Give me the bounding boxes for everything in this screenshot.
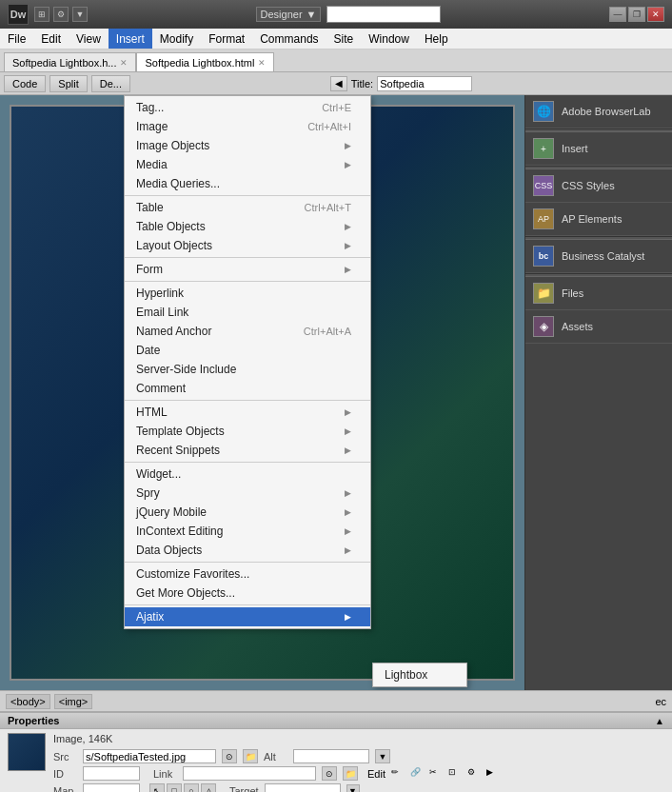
panel-label-businesscatalyst: Business Catalyst: [562, 250, 644, 262]
menu-layout-objects[interactable]: Layout Objects ▶: [125, 236, 370, 255]
menu-table-objects[interactable]: Table Objects ▶: [125, 217, 370, 236]
menu-hyperlink-label: Hyperlink: [136, 287, 184, 300]
menu-modify[interactable]: Modify: [152, 29, 201, 49]
menu-template-objects[interactable]: Template Objects ▶: [125, 422, 370, 441]
menu-edit[interactable]: Edit: [33, 29, 69, 49]
menu-ajatix[interactable]: Ajatix ▶: [125, 607, 370, 626]
menu-named-anchor-label: Named Anchor: [136, 325, 211, 338]
target-dropdown-icon[interactable]: ▼: [346, 784, 360, 793]
tab-1[interactable]: Softpedia Lightbox.h... ✕: [4, 52, 136, 71]
link-folder-icon[interactable]: 📁: [343, 766, 358, 781]
menu-table[interactable]: Table Ctrl+Alt+T: [125, 198, 370, 217]
submenu-lightbox-label: Lightbox: [385, 668, 427, 682]
alt-input[interactable]: [293, 749, 369, 763]
map-row: Map ↖ □ ○ △ Target ▼: [53, 783, 664, 792]
map-input[interactable]: [83, 783, 140, 792]
designer-dropdown[interactable]: Designer ▼: [256, 7, 322, 22]
id-input[interactable]: [83, 766, 140, 781]
panel-item-files[interactable]: 📁 Files: [525, 277, 672, 310]
menu-insert[interactable]: Insert: [109, 29, 152, 49]
menu-media-queries[interactable]: Media Queries...: [125, 174, 370, 193]
minimize-button[interactable]: —: [609, 7, 626, 22]
menu-site[interactable]: Site: [326, 29, 362, 49]
panel-item-assets[interactable]: ◈ Assets: [525, 310, 672, 344]
menu-commands[interactable]: Commands: [252, 29, 326, 49]
close-button[interactable]: ✕: [647, 7, 664, 22]
menu-widget-label: Widget...: [136, 467, 181, 481]
tab-2-close[interactable]: ✕: [258, 58, 266, 68]
menu-server-side-include[interactable]: Server-Side Include: [125, 360, 370, 379]
menu-view[interactable]: View: [69, 29, 109, 49]
submenu-arrow-incontext: ▶: [345, 526, 351, 536]
tab-1-close[interactable]: ✕: [120, 58, 128, 68]
menu-comment[interactable]: Comment: [125, 379, 370, 398]
menu-image[interactable]: Image Ctrl+Alt+I: [125, 117, 370, 136]
panel-item-insert[interactable]: + Insert: [525, 132, 672, 166]
menu-image-shortcut: Ctrl+Alt+I: [307, 121, 351, 132]
tab-bar: Softpedia Lightbox.h... ✕ Softpedia Ligh…: [0, 50, 672, 72]
panel-item-apelements[interactable]: AP AP Elements: [525, 203, 672, 236]
menu-image-objects[interactable]: Image Objects ▶: [125, 136, 370, 155]
menu-data-objects[interactable]: Data Objects ▶: [125, 541, 370, 560]
submenu-lightbox[interactable]: Lightbox: [373, 665, 466, 684]
app-window: Dw ⊞ ⚙ ▼ Designer ▼ — ❐ ✕ File Edit View…: [0, 0, 672, 792]
menu-get-more-objects[interactable]: Get More Objects...: [125, 584, 370, 603]
menu-recent-snippets[interactable]: Recent Snippets ▶: [125, 441, 370, 460]
menu-html[interactable]: HTML ▶: [125, 403, 370, 422]
split-view-button[interactable]: Split: [49, 75, 87, 92]
search-box[interactable]: [326, 6, 441, 23]
src-input[interactable]: [83, 749, 216, 763]
code-view-button[interactable]: Code: [4, 75, 46, 92]
map-poly-icon[interactable]: △: [201, 783, 216, 792]
menu-date[interactable]: Date: [125, 341, 370, 360]
alt-dropdown-icon[interactable]: ▼: [375, 749, 390, 763]
panel-item-businesscatalyst[interactable]: bc Business Catalyst: [525, 240, 672, 273]
separator-4: [125, 400, 370, 401]
edit-unlink-icon[interactable]: ✂: [429, 767, 443, 781]
menu-media[interactable]: Media ▶: [125, 155, 370, 174]
menu-spry[interactable]: Spry ▶: [125, 484, 370, 503]
menu-tag[interactable]: Tag... Ctrl+E: [125, 98, 370, 117]
gear-icon[interactable]: ⚙: [53, 7, 69, 22]
menu-comment-label: Comment: [136, 382, 186, 395]
menu-incontext-editing[interactable]: InContext Editing ▶: [125, 522, 370, 541]
panel-item-cssstyles[interactable]: CSS CSS Styles: [525, 169, 672, 203]
panel-item-browserlab[interactable]: 🌐 Adobe BrowserLab: [525, 95, 672, 129]
menu-widget[interactable]: Widget...: [125, 465, 370, 484]
grid-icon[interactable]: ⊞: [34, 7, 49, 22]
menu-jquery-mobile[interactable]: jQuery Mobile ▶: [125, 503, 370, 522]
menu-window[interactable]: Window: [361, 29, 417, 49]
menu-hyperlink[interactable]: Hyperlink: [125, 284, 370, 303]
target-input[interactable]: [265, 783, 341, 792]
properties-expand-icon[interactable]: ▲: [655, 716, 664, 726]
submenu-arrow-ajatix: ▶: [345, 612, 351, 622]
edit-box-icon[interactable]: ⊡: [448, 767, 462, 781]
restore-button[interactable]: ❐: [628, 7, 645, 22]
src-folder-icon[interactable]: 📁: [243, 749, 258, 763]
menu-customize-favorites[interactable]: Customize Favorites...: [125, 564, 370, 584]
title-input[interactable]: [377, 76, 472, 91]
link-target-icon[interactable]: ⊙: [322, 766, 337, 781]
menu-media-queries-label: Media Queries...: [136, 177, 220, 190]
menu-help[interactable]: Help: [417, 29, 456, 49]
back-button[interactable]: ◀: [330, 76, 347, 91]
menu-form[interactable]: Form ▶: [125, 260, 370, 279]
tag-body[interactable]: <body>: [6, 694, 50, 709]
map-circle-icon[interactable]: ○: [184, 783, 199, 792]
menu-format[interactable]: Format: [201, 29, 252, 49]
edit-more-icon[interactable]: ▶: [486, 767, 500, 781]
map-arrow-icon[interactable]: ↖: [149, 783, 165, 792]
menu-email-link[interactable]: Email Link: [125, 303, 370, 322]
tag-img[interactable]: <img>: [54, 694, 93, 709]
user-icon[interactable]: ▼: [72, 7, 88, 22]
src-browse-icon[interactable]: ⊙: [222, 749, 237, 763]
menu-named-anchor[interactable]: Named Anchor Ctrl+Alt+A: [125, 322, 370, 341]
edit-settings-icon[interactable]: ⚙: [467, 767, 481, 781]
edit-pen-icon[interactable]: ✏: [391, 767, 405, 781]
link-input[interactable]: [183, 766, 316, 781]
edit-link-icon[interactable]: 🔗: [410, 767, 424, 781]
map-rect-icon[interactable]: □: [167, 783, 182, 792]
menu-file[interactable]: File: [0, 29, 33, 49]
tab-2[interactable]: Softpedia Lightbox.html ✕: [136, 52, 274, 71]
design-view-button[interactable]: De...: [91, 75, 130, 92]
